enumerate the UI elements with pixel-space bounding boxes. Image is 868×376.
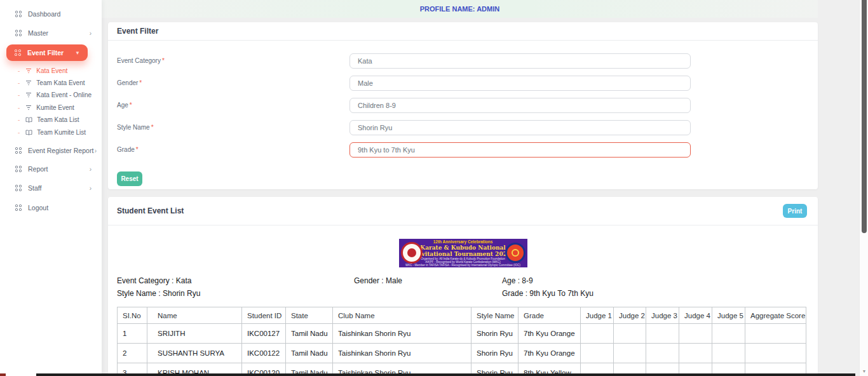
grid-icon (15, 205, 22, 211)
aikpf-logo (401, 242, 423, 264)
sidebar-item-report[interactable]: Report › (0, 159, 102, 178)
sidebar-subitem-team-kata-list[interactable]: - Team Kata List (0, 114, 102, 126)
field-label: Event Category* (117, 57, 165, 64)
table-cell: Taishinkan Shorin Ryu (333, 344, 471, 363)
grid-icon (15, 50, 22, 57)
grade-input[interactable] (349, 142, 691, 158)
table-cell: Shorin Ryu (471, 344, 519, 363)
table-cell: SUSHANTH SURYA (147, 344, 242, 363)
sidebar-item-label: Master (28, 29, 48, 37)
column-header: Judge 5 (712, 307, 745, 324)
event-filter-form: Event Category* Gender* Age* Style Name*… (108, 41, 818, 186)
table-cell: 7th Kyu Orange (519, 324, 581, 344)
sidebar-subitem-kata-event[interactable]: - Kata Event (0, 65, 102, 77)
summary-gender: Gender : Male (354, 276, 402, 285)
dash-icon: - (18, 67, 20, 74)
column-header: Judge 2 (614, 307, 646, 324)
required-marker: * (151, 124, 154, 131)
table-cell (581, 324, 614, 344)
event-category-input[interactable] (349, 53, 691, 69)
table-cell (745, 344, 806, 363)
table-cell (679, 344, 712, 363)
sidebar-item-staff[interactable]: Staff › (0, 178, 102, 198)
field-label: Grade* (117, 146, 139, 153)
horizontal-scrollbar-marker (0, 373, 6, 376)
field-label: Style Name* (117, 124, 154, 131)
summary-event-category: Event Category : Kata (117, 276, 191, 285)
table-cell (646, 344, 679, 363)
table-cell (581, 344, 614, 363)
column-header: Judge 1 (581, 307, 614, 324)
table-row: 2SUSHANTH SURYAIKC00122Tamil NaduTaishin… (118, 344, 806, 363)
column-header: Judge 3 (646, 307, 679, 324)
profile-header: PROFILE NAME: ADMIN (102, 0, 818, 18)
required-marker: * (130, 102, 132, 109)
age-input[interactable] (349, 98, 691, 113)
column-header: Club Name (333, 307, 471, 324)
sidebar-item-logout[interactable]: Logout (0, 198, 102, 217)
required-marker: * (139, 79, 142, 86)
book-icon (25, 130, 32, 135)
form-row-age: Age* (117, 98, 809, 120)
chevron-down-icon: ▼ (75, 50, 80, 56)
sidebar-subitem-team-kata-event[interactable]: - Team Kata Event (0, 77, 102, 89)
style-name-input[interactable] (349, 120, 691, 135)
sidebar-item-label: Event Register Report (28, 147, 93, 154)
sidebar-item-label: Dashboard (28, 10, 60, 18)
filter-icon (25, 105, 32, 111)
table-cell (712, 324, 745, 344)
table-cell: 7th Kyu Orange (519, 344, 581, 363)
sidebar-item-dashboard[interactable]: Dashboard (0, 4, 102, 24)
banner-line6: WKC - Member in TAFISA TAFISA - Recognis… (405, 264, 520, 267)
dash-icon: - (18, 79, 20, 86)
grid-icon (15, 30, 22, 37)
grid-icon (15, 166, 22, 173)
print-button[interactable]: Print (783, 204, 807, 218)
tournament-banner: 12th Anniversary Celebrations Karate & K… (399, 239, 527, 267)
table-cell (614, 324, 646, 344)
sidebar-subitem-label: Team Kata Event (36, 79, 85, 86)
event-filter-card-header: Event Filter (108, 22, 818, 41)
field-label: Gender* (117, 79, 142, 86)
required-marker: * (162, 57, 165, 64)
sidebar-subitem-team-kumite-list[interactable]: - Team Kumite List (0, 126, 102, 138)
sidebar-subitem-kata-event-online[interactable]: - Kata Event - Online (0, 89, 102, 101)
horizontal-scrollbar-thumb[interactable] (36, 373, 855, 376)
dash-icon: - (18, 129, 20, 136)
summary-grade: Grade : 9th Kyu To 7th Kyu (502, 289, 593, 298)
reset-button[interactable]: Reset (117, 171, 142, 186)
table-cell: SRIJITH (147, 324, 242, 344)
column-header: Style Name (471, 307, 519, 324)
sidebar-subitem-label: Kata Event - Online (36, 91, 92, 98)
student-list-card-header: Student Event List Print (108, 197, 818, 225)
column-header: Name (147, 307, 242, 324)
sidebar-item-master[interactable]: Master › (0, 24, 102, 43)
vertical-scrollbar[interactable]: ▼ (859, 0, 868, 376)
sidebar-item-label: Logout (28, 204, 48, 211)
table-cell: 2 (118, 344, 147, 363)
table-cell: Taishinkan Shorin Ryu (333, 324, 471, 344)
table-header-row: SI.NoNameStudent IDStateClub NameStyle N… (118, 307, 806, 324)
column-header: SI.No (118, 307, 147, 324)
scroll-down-arrow-icon[interactable]: ▼ (860, 369, 868, 373)
form-row-gender: Gender* (117, 76, 809, 98)
table-cell (614, 344, 646, 363)
vertical-scrollbar-thumb[interactable] (862, 0, 867, 233)
grid-icon (15, 185, 22, 192)
sidebar-item-event-register-report[interactable]: Event Register Report › (0, 141, 102, 160)
table-cell: Tamil Nadu (286, 344, 333, 363)
table-cell: Shorin Ryu (471, 324, 519, 344)
student-event-list-card: Student Event List Print 12th Anniversar… (108, 197, 818, 376)
sidebar: Dashboard Master › Event Filter ▼ - Kata… (0, 0, 102, 376)
filter-summary: Event Category : Kata Gender : Male Age … (108, 276, 818, 302)
gender-input[interactable] (349, 76, 691, 91)
filter-icon (25, 80, 32, 86)
sidebar-subitem-kumite-event[interactable]: - Kumite Event (0, 102, 102, 114)
sidebar-item-event-filter[interactable]: Event Filter ▼ (6, 44, 88, 61)
chevron-right-icon: › (90, 30, 92, 37)
sidebar-subitem-label: Team Kata List (37, 116, 79, 123)
column-header: Judge 4 (679, 307, 712, 324)
column-header: Student ID (242, 307, 286, 324)
field-label: Age* (117, 102, 132, 109)
sidebar-item-label: Staff (28, 184, 41, 192)
